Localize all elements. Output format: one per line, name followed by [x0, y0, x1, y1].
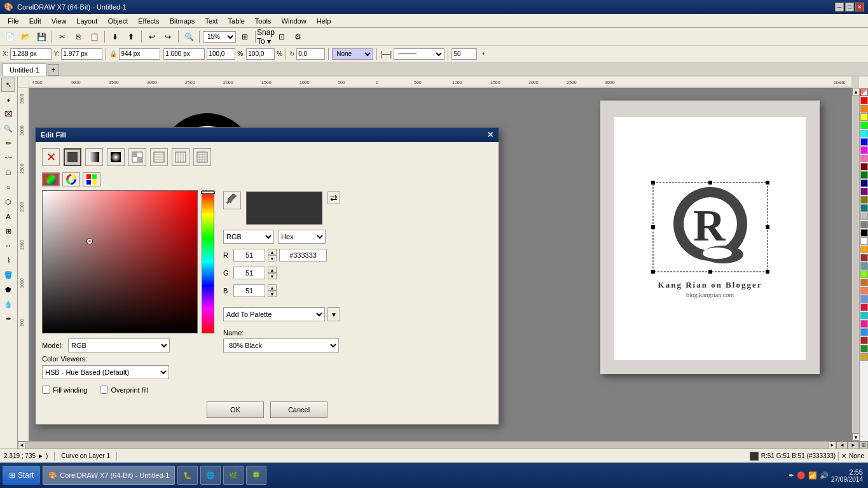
r-input[interactable]: 51: [233, 249, 265, 261]
status-nav-arrow[interactable]: ►: [38, 452, 44, 459]
palette-gray[interactable]: [860, 221, 868, 228]
pattern-fill-btn[interactable]: [128, 148, 146, 166]
taskbar-item5[interactable]: 🍀: [246, 466, 266, 485]
open-btn[interactable]: 📂: [18, 30, 32, 44]
color-tab-rgb[interactable]: [42, 172, 60, 186]
nav-page-next[interactable]: ►: [848, 442, 859, 449]
mesh-fill-btn[interactable]: [193, 148, 211, 166]
palette-maroon[interactable]: [860, 163, 868, 171]
new-btn[interactable]: 📄: [3, 30, 17, 44]
search-btn[interactable]: 🔍: [182, 30, 196, 44]
scroll-right-btn[interactable]: ►: [829, 442, 836, 449]
line-w-up[interactable]: +: [479, 50, 488, 59]
b-down-btn[interactable]: ▼: [268, 291, 277, 297]
redo-btn[interactable]: ↪: [161, 30, 175, 44]
color-viewers-dropdown[interactable]: HSB - Hue Based (Default): [42, 365, 169, 379]
scroll-thumb[interactable]: [853, 96, 858, 433]
r-down-btn[interactable]: ▼: [268, 255, 277, 261]
palette-white[interactable]: [860, 237, 868, 245]
no-fill-btn[interactable]: ✕: [42, 148, 60, 166]
menu-view[interactable]: View: [46, 16, 72, 26]
undo-btn[interactable]: ↩: [145, 30, 159, 44]
taskbar-coreldraw[interactable]: 🎨 CorelDRAW X7 (64-Bit) - Untitled-1: [43, 466, 175, 485]
palette-chartreuse[interactable]: [860, 270, 868, 278]
add-palette-expand-btn[interactable]: ▼: [327, 307, 340, 321]
zoom-dropdown[interactable]: 15%25%50%75%100%: [203, 31, 236, 43]
maximize-btn[interactable]: □: [845, 3, 854, 11]
menu-bitmaps[interactable]: Bitmaps: [165, 16, 200, 26]
w-pct-input[interactable]: [207, 48, 235, 60]
menu-object[interactable]: Object: [102, 16, 133, 26]
text-tool[interactable]: A: [1, 209, 15, 223]
scroll-left-btn[interactable]: ◄: [18, 442, 25, 449]
cut-btn[interactable]: ✂: [55, 30, 69, 44]
menu-table[interactable]: Table: [223, 16, 250, 26]
palette-blue[interactable]: [860, 138, 868, 146]
palette-coral[interactable]: [860, 287, 868, 295]
crop-tool[interactable]: ⌧: [1, 107, 15, 121]
table-tool[interactable]: ⊞: [1, 224, 15, 238]
menu-file[interactable]: File: [3, 16, 24, 26]
x-input[interactable]: 1.288 px: [10, 48, 52, 60]
ellipse-tool[interactable]: ○: [1, 180, 15, 194]
menu-layout[interactable]: Layout: [71, 16, 102, 26]
zoom-expand[interactable]: ⊞: [859, 442, 868, 449]
color-tab-swatches[interactable]: [83, 172, 100, 186]
paste-btn[interactable]: 📋: [87, 30, 101, 44]
line-w-input[interactable]: [451, 48, 477, 60]
nav-page-prev[interactable]: ◄: [836, 442, 848, 449]
close-btn[interactable]: ✕: [855, 3, 864, 11]
w-input[interactable]: [119, 48, 160, 60]
node-tool[interactable]: ⬧: [1, 92, 15, 106]
menu-tools[interactable]: Tools: [250, 16, 277, 26]
palette-amber[interactable]: [860, 246, 868, 253]
taskbar-item3[interactable]: 🌐: [200, 466, 221, 485]
scroll-h-thumb[interactable]: [26, 442, 828, 449]
connector-tool[interactable]: ⌇: [1, 253, 15, 267]
zoom-fit-btn[interactable]: ⊞: [238, 30, 252, 44]
name-dropdown[interactable]: 80% Black: [223, 338, 339, 352]
g-down-btn[interactable]: ▼: [268, 273, 277, 279]
menu-window[interactable]: Window: [277, 16, 312, 26]
y-input[interactable]: 1.977 px: [61, 48, 102, 60]
b-up-btn[interactable]: ▲: [268, 284, 277, 291]
h-pct-input[interactable]: [246, 48, 275, 60]
palette-black[interactable]: [860, 229, 868, 237]
g-up-btn[interactable]: ▲: [268, 267, 277, 273]
status-nav-arrow2[interactable]: ): [46, 452, 48, 459]
zoom-tool[interactable]: 🔍: [1, 122, 15, 136]
palette-teal[interactable]: [860, 204, 868, 212]
menu-edit[interactable]: Edit: [24, 16, 46, 26]
smartdraw-tool[interactable]: 〰: [1, 151, 15, 165]
view-btn[interactable]: ⊡: [275, 30, 289, 44]
palette-cadetblue[interactable]: [860, 262, 868, 270]
r-up-btn[interactable]: ▲: [268, 249, 277, 255]
start-button[interactable]: ⊞ Start: [3, 466, 40, 485]
save-btn[interactable]: 💾: [34, 30, 48, 44]
model-dropdown[interactable]: RGBCMYKHSB: [68, 338, 170, 352]
angle-input[interactable]: [296, 48, 325, 60]
palette-dodgerblue[interactable]: [860, 328, 868, 336]
no-fill-swatch[interactable]: [860, 88, 868, 96]
scrollbar-vertical[interactable]: ▲ ▼: [851, 88, 859, 441]
palette-firebrick[interactable]: [860, 337, 868, 344]
fill-tool[interactable]: 🪣: [1, 268, 15, 282]
postscript-fill-btn[interactable]: [172, 148, 189, 166]
solid-fill-btn[interactable]: [64, 148, 81, 166]
none-dropdown[interactable]: None: [332, 48, 373, 60]
palette-darkturquoise[interactable]: [860, 312, 868, 319]
swap-btn[interactable]: ⇄: [327, 192, 340, 204]
radial-fill-btn[interactable]: [107, 148, 125, 166]
palette-cyan[interactable]: [860, 130, 868, 137]
palette-chocolate[interactable]: [860, 279, 868, 286]
hex-input[interactable]: #333333: [279, 249, 327, 261]
rgb-dropdown[interactable]: RGBCMYKHSB: [223, 230, 274, 244]
taskbar-item2[interactable]: 🐛: [177, 466, 198, 485]
color-tab-wheel[interactable]: [62, 172, 80, 186]
palette-darkgreen[interactable]: [860, 171, 868, 179]
palette-crimson[interactable]: [860, 303, 868, 311]
rect-tool[interactable]: □: [1, 165, 15, 179]
hue-slider[interactable]: [202, 190, 214, 333]
select-tool[interactable]: ↖: [1, 78, 15, 92]
palette-silver[interactable]: [860, 213, 868, 220]
